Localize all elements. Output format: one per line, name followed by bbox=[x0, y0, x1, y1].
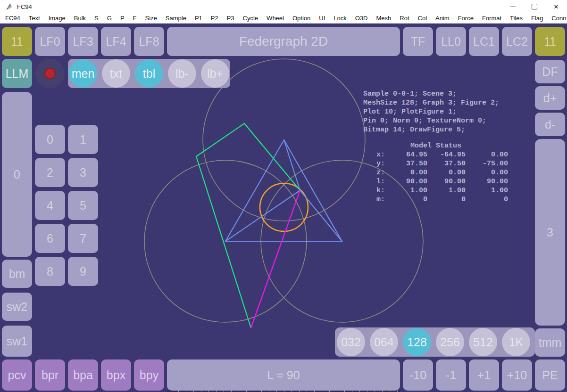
button-bm[interactable]: bm bbox=[2, 260, 32, 288]
button-df[interactable]: DF bbox=[535, 60, 565, 83]
badge-11-left[interactable]: 11 bbox=[2, 27, 32, 56]
button-plus-10[interactable]: +10 bbox=[502, 359, 532, 391]
numpad-3[interactable]: 3 bbox=[68, 158, 98, 187]
toggle-tbl[interactable]: tbl bbox=[135, 59, 163, 88]
button-ll0[interactable]: LL0 bbox=[436, 27, 466, 56]
menu-force[interactable]: Force bbox=[454, 15, 478, 22]
button-lf4[interactable]: LF4 bbox=[101, 27, 131, 56]
minimize-icon bbox=[510, 7, 516, 7]
button-pe[interactable]: PE bbox=[535, 359, 565, 391]
menu-image[interactable]: Image bbox=[44, 15, 70, 22]
button-bpa[interactable]: bpa bbox=[68, 359, 98, 391]
app-window: 11 LF0 LF3 LF4 LF8 Federgraph 2D TF LL0 … bbox=[0, 0, 567, 392]
menu-sample[interactable]: Sample bbox=[161, 15, 191, 22]
tall-button-3[interactable]: 3 bbox=[535, 139, 565, 326]
button-bpr[interactable]: bpr bbox=[35, 359, 65, 391]
button-lf3[interactable]: LF3 bbox=[68, 27, 98, 56]
model-status: Model Status x: 64.95 -64.95 0.00 y: 37.… bbox=[376, 141, 508, 204]
numpad-9[interactable]: 9 bbox=[68, 257, 98, 286]
button-pcv[interactable]: pcv bbox=[2, 359, 32, 391]
numpad-8[interactable]: 8 bbox=[35, 257, 65, 286]
numpad-2[interactable]: 2 bbox=[35, 158, 65, 187]
toggle-lb-plus[interactable]: lb+ bbox=[201, 59, 229, 88]
menu-mesh[interactable]: Mesh bbox=[372, 15, 395, 22]
record-button[interactable] bbox=[35, 59, 65, 88]
status-text: Sample 0-0-1; Scene 3; MeshSize 128; Gra… bbox=[363, 90, 521, 134]
toggle-lb-minus[interactable]: lb- bbox=[168, 59, 196, 88]
button-tmm[interactable]: tmm bbox=[535, 328, 565, 357]
numpad-0[interactable]: 0 bbox=[35, 125, 65, 154]
menu-tiles[interactable]: Tiles bbox=[506, 15, 527, 22]
window-close-button[interactable]: ✕ bbox=[545, 0, 567, 13]
menu-bar: FC94 Text Image Bulk S G P F Size Sample… bbox=[0, 13, 567, 24]
status-line: Pin 0; Norm 0; TextureNorm 0; bbox=[363, 116, 521, 125]
title-bar: FC94 ✕ bbox=[0, 0, 567, 13]
menu-p2[interactable]: P2 bbox=[207, 15, 223, 22]
button-lc1[interactable]: LC1 bbox=[469, 27, 499, 56]
button-bpx[interactable]: bpx bbox=[101, 359, 131, 391]
record-dot-icon bbox=[44, 68, 56, 79]
numpad-6[interactable]: 6 bbox=[35, 224, 65, 253]
button-lf8[interactable]: LF8 bbox=[134, 27, 164, 56]
menu-rot[interactable]: Rot bbox=[395, 15, 413, 22]
toggle-men[interactable]: men bbox=[69, 59, 97, 88]
button-lc2[interactable]: LC2 bbox=[502, 27, 532, 56]
menu-o3d[interactable]: O3D bbox=[351, 15, 372, 22]
menu-text[interactable]: Text bbox=[25, 15, 44, 22]
window-minimize-button[interactable] bbox=[502, 0, 524, 13]
menu-size[interactable]: Size bbox=[141, 15, 161, 22]
menu-lock[interactable]: Lock bbox=[329, 15, 350, 22]
status-line: MeshSize 128; Graph 3; Figure 2; bbox=[363, 98, 521, 107]
menu-s[interactable]: S bbox=[90, 15, 103, 22]
menu-ui[interactable]: UI bbox=[315, 15, 329, 22]
button-lf0[interactable]: LF0 bbox=[35, 27, 65, 56]
menu-bulk[interactable]: Bulk bbox=[70, 15, 90, 22]
menu-option[interactable]: Option bbox=[288, 15, 315, 22]
button-bpy[interactable]: bpy bbox=[134, 359, 164, 391]
menu-wheel[interactable]: Wheel bbox=[262, 15, 288, 22]
mesh-1k[interactable]: 1K bbox=[502, 328, 530, 356]
menu-f[interactable]: F bbox=[129, 15, 141, 22]
magenta-segment bbox=[251, 190, 300, 328]
menu-p[interactable]: P bbox=[116, 15, 129, 22]
orange-circle bbox=[260, 183, 308, 231]
mesh-256[interactable]: 256 bbox=[436, 328, 464, 356]
menu-conn[interactable]: Conn bbox=[547, 15, 567, 22]
button-sw2[interactable]: sw2 bbox=[2, 293, 32, 321]
button-sw1[interactable]: sw1 bbox=[2, 326, 32, 357]
title-display[interactable]: Federgraph 2D bbox=[167, 27, 400, 56]
button-tf[interactable]: TF bbox=[403, 27, 433, 56]
button-plus-1[interactable]: +1 bbox=[469, 359, 499, 391]
menu-format[interactable]: Format bbox=[478, 15, 506, 22]
menu-flag[interactable]: Flag bbox=[527, 15, 547, 22]
menu-p1[interactable]: P1 bbox=[191, 15, 207, 22]
mesh-064[interactable]: 064 bbox=[370, 328, 398, 356]
button-d-minus[interactable]: d- bbox=[535, 113, 565, 136]
maximize-icon bbox=[532, 4, 537, 9]
button-llm[interactable]: LLM bbox=[2, 59, 32, 88]
menu-p3[interactable]: P3 bbox=[223, 15, 239, 22]
status-line: Sample 0-0-1; Scene 3; bbox=[363, 90, 521, 98]
blue-spoke-left bbox=[225, 190, 300, 241]
button-minus-1[interactable]: -1 bbox=[436, 359, 466, 391]
window-maximize-button[interactable] bbox=[524, 0, 545, 13]
toggle-txt[interactable]: txt bbox=[102, 59, 130, 88]
numpad-1[interactable]: 1 bbox=[68, 125, 98, 154]
menu-g[interactable]: G bbox=[103, 15, 116, 22]
tall-button-0[interactable]: 0 bbox=[2, 92, 32, 257]
numpad-7[interactable]: 7 bbox=[68, 224, 98, 253]
numpad-5[interactable]: 5 bbox=[68, 191, 98, 220]
mesh-032[interactable]: 032 bbox=[337, 328, 365, 356]
badge-11-right[interactable]: 11 bbox=[535, 27, 565, 56]
mesh-128[interactable]: 128 bbox=[403, 328, 431, 356]
button-d-plus[interactable]: d+ bbox=[535, 86, 565, 110]
button-minus-10[interactable]: -10 bbox=[403, 359, 433, 391]
mesh-512[interactable]: 512 bbox=[469, 328, 497, 356]
numpad-4[interactable]: 4 bbox=[35, 191, 65, 220]
menu-anim[interactable]: Anim bbox=[431, 15, 454, 22]
menu-cycle[interactable]: Cycle bbox=[239, 15, 263, 22]
status-line: Plot 10; PlotFigure 1; bbox=[363, 107, 521, 116]
l-value-bar[interactable]: L = 90 bbox=[167, 359, 400, 391]
menu-col[interactable]: Col bbox=[414, 15, 432, 22]
menu-fc94[interactable]: FC94 bbox=[1, 15, 25, 22]
